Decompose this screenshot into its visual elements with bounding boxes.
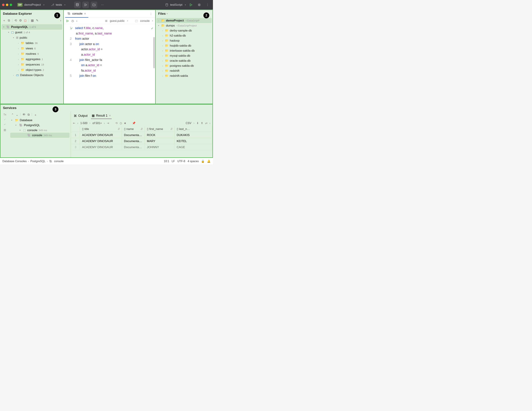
first-page-icon[interactable]: ⇤ [73,121,75,125]
zoom-window-icon[interactable] [10,4,12,6]
kebab-menu-icon[interactable]: ⋮ [204,1,211,8]
collapse-icon[interactable]: ⌄ [16,113,18,117]
more-icon[interactable]: ⋯ [99,1,106,8]
table-icon[interactable]: ▦ [31,18,34,22]
add-icon[interactable]: ＋ [34,113,37,117]
run-query-button[interactable] [66,19,69,23]
close-icon[interactable]: ✕ [109,114,111,117]
run-button[interactable] [188,1,194,8]
tree-database[interactable]: ▾ ▢ guest 1 of 4 [1,30,62,35]
indent[interactable]: 4 spaces [188,160,199,163]
encoding[interactable]: UTF-8 [177,160,185,163]
tree-db-objects[interactable]: ›🗃Database Objects [1,73,62,78]
tree-aggregates[interactable]: ›📁aggregates1 [1,56,62,62]
files-item[interactable]: ›📁hadoop [156,38,212,43]
stop-icon[interactable]: ■ [124,122,126,125]
services-tree-console[interactable]: 🐘console349 ms [10,133,69,138]
table-row[interactable]: 1ACADEMY DINOSAURDocumenta…ROCKDUKAKIS [71,132,212,138]
tree-routines[interactable]: ›📁routines9 [1,51,62,56]
branch-selector[interactable]: tests [56,3,62,7]
minimize-window-icon[interactable] [6,4,8,6]
files-item[interactable]: ›📁redshift-sakila [156,73,212,78]
pin-icon[interactable]: 📌 [132,121,136,125]
tree-schema[interactable]: ▾ ⊞ public [1,35,62,40]
files-item[interactable]: ›📁h2-sakila-db [156,33,212,38]
tree-object-types[interactable]: ›📁object types2 [1,67,62,73]
refresh-icon[interactable]: ⟲ [14,18,17,22]
code-editor[interactable]: 1 2 3 4 5 ✓ select f.title, c.name, a.fi… [64,24,155,104]
stop-icon[interactable]: ◻ [24,18,27,22]
download-icon[interactable]: ⬇ [197,121,199,125]
new-window-icon[interactable]: ⧉ [28,113,30,117]
chevron-right-icon[interactable]: › [209,122,210,125]
files-project-root[interactable]: › 📁 demoProject ~/DataGripP [156,18,212,23]
schema-selector[interactable]: guest.public [110,19,124,23]
gear-icon[interactable]: ⚙ [19,18,22,22]
debug-button[interactable] [196,1,202,8]
files-item[interactable]: ›📁mysql-sakila-db [156,53,212,58]
kebab-menu-icon[interactable]: ⋮ [148,11,154,17]
console-selector[interactable]: console [140,19,150,23]
tab-result[interactable]: ▦Result 1✕ [91,113,112,119]
tx-label[interactable]: Tx [3,113,6,116]
editor-tab-console[interactable]: 🐘 console ✕ [65,10,88,18]
files-item[interactable]: ›📁redshift [156,68,212,73]
table-row[interactable]: 3ACADEMY DINOSAURDocumenta…JOHNNYCAGE [71,145,212,150]
tree-views[interactable]: ›📁views6 [1,46,62,51]
edit-icon[interactable]: ✎ [36,18,38,22]
run-config-selector[interactable]: testScript [170,3,182,7]
open-icon[interactable] [91,1,97,8]
services-tree-console-group[interactable]: ▾⬚console349 ms [10,128,69,133]
db-label: guest [15,31,22,34]
next-page-icon[interactable]: › [104,122,105,125]
compare-icon[interactable]: ⇄ [205,121,207,125]
run-anything-icon[interactable] [82,1,89,8]
cursor-position[interactable]: 10:1 [164,160,169,163]
tree-sequences[interactable]: ›📁sequences19 [1,62,62,67]
upload-icon[interactable]: ⬆ [201,121,203,125]
col-first-name[interactable]: ▯ first_name ⇵ [145,126,175,132]
history-icon[interactable]: ◷ [71,19,74,23]
files-item[interactable]: ›📁postgres-sakila-db [156,63,212,68]
result-table[interactable]: ▯ title ⇵ ▯ name ⇵ ▯ first_name ⇵ ▯ last… [71,126,212,151]
undo-icon[interactable]: ↶ [4,123,6,126]
page-range[interactable]: 1-500 [80,122,87,125]
breadcrumb[interactable]: Database Consoles› PostgreSQL› 🐘 console [2,160,64,163]
tree-tables[interactable]: ›📁tables36 [1,40,62,46]
close-icon[interactable]: ✕ [84,12,86,15]
check-icon[interactable]: ✓ [4,118,6,121]
expand-icon[interactable]: ⌃ [11,113,14,117]
copy-icon[interactable]: ⧉ [8,19,10,22]
files-dumps[interactable]: ▾ 📁 dumps ~/DataGripProject [156,23,212,28]
col-title[interactable]: ▯ title ⇵ [80,126,122,132]
tab-output[interactable]: ⌘Output [73,113,88,119]
add-icon[interactable]: ＋ [3,18,6,23]
files-item[interactable]: ›📁interbase-sakila-db [156,48,212,53]
bell-icon[interactable]: 🔔 [207,160,210,163]
layout-icon[interactable]: ▥ [4,128,6,131]
database-icon[interactable] [74,1,81,8]
line-ending[interactable]: LF [172,160,175,163]
chevron-right-icon[interactable]: › [76,19,77,23]
services-tree-database[interactable]: ▾📁Database [10,118,69,123]
export-format[interactable]: CSV [186,122,191,125]
files-item[interactable]: ›📁derby-sample-db [156,28,212,33]
eye-icon[interactable]: 👁 [23,113,26,117]
table-row[interactable]: 2ACADEMY DINOSAURDocumenta…MARYKEITEL [71,138,212,144]
close-window-icon[interactable] [2,4,5,6]
history-icon[interactable]: ◷ [120,121,122,125]
files-item[interactable]: ›📁oracle-sakila-db [156,58,212,63]
lock-icon[interactable]: 🔒 [201,160,205,163]
chevron-down-icon[interactable]: ▾ [167,12,168,15]
project-selector[interactable]: demoProject [24,3,41,7]
last-page-icon[interactable]: ⇥ [107,121,109,125]
files-item[interactable]: ›📁hsqldb-sakila-db [156,43,212,48]
services-tree-pg[interactable]: ▾🐘PostgreSQL [10,123,69,128]
refresh-icon[interactable]: ⟲ [115,121,118,125]
col-last-name[interactable]: ▯ last_n… [175,126,212,132]
col-name[interactable]: ▯ name ⇵ [122,126,145,132]
tree-datasource[interactable]: ▾ 🐘 PostgreSQL 1 of 5 [1,24,62,30]
prev-page-icon[interactable]: ‹ [77,122,78,125]
scrollbar[interactable] [153,37,155,68]
chevron-right-icon[interactable]: › [60,19,61,22]
